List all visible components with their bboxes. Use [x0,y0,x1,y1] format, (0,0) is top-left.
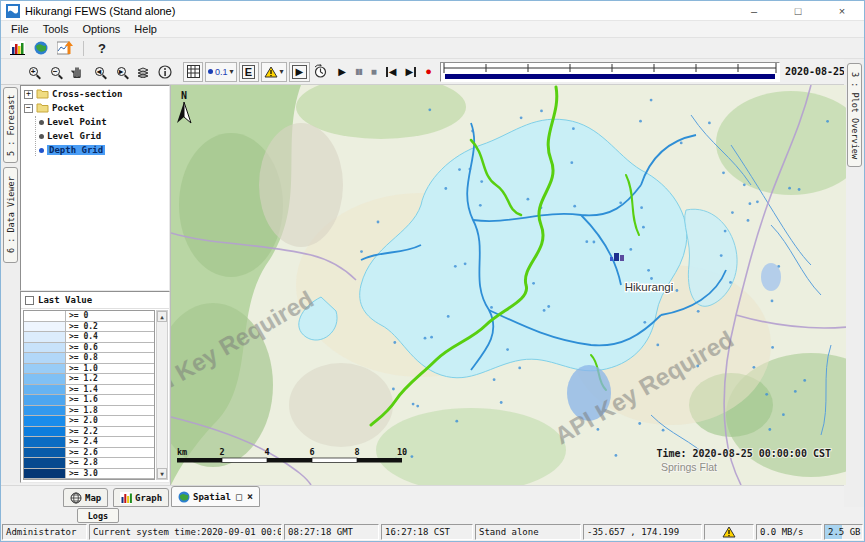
legend-row[interactable]: >= 2.8 [24,458,154,469]
bar-chart-icon [10,41,25,55]
pan-hand-icon [71,65,83,78]
bullet-icon [39,148,44,153]
status-coordinates: -35.657 , 174.199 [583,524,702,540]
legend-row[interactable]: >= 2.2 [24,427,154,438]
legend-row[interactable]: >= 0 [24,311,154,322]
timeline-bar[interactable] [445,74,775,79]
map-canvas[interactable]: API Key Required API Key Required Hikura… [170,85,846,485]
tab-spatial[interactable]: Spatial □ × [171,486,260,507]
collapse-icon[interactable]: − [24,104,33,113]
status-warning[interactable] [704,524,754,540]
zoom-in-button[interactable]: + [23,63,43,81]
zoom-next-button[interactable]: ▸ [111,63,131,81]
legend-row[interactable]: >= 1.2 [24,374,154,385]
layers-tree: + Cross-section − Pocket Level Point Lev… [20,85,170,291]
legend-row[interactable]: >= 2.0 [24,416,154,427]
legend-row[interactable]: >= 0.6 [24,343,154,354]
legend-scrollbar[interactable]: ▲ ▼ [156,310,168,480]
zoom-out-button[interactable]: − [45,63,65,81]
color-swatch [24,458,66,468]
tree-label: Level Grid [47,131,101,141]
scale-tick: 4 [264,447,269,457]
step-back-button[interactable]: ◀ [386,67,397,77]
status-local-time: 16:27:18 CST [381,524,473,540]
color-swatch [24,437,66,447]
legend-row[interactable]: >= 0.8 [24,353,154,364]
chart-arrow-icon [57,41,73,55]
scale-unit-label: km [177,447,187,457]
legend-row[interactable]: >= 1.6 [24,395,154,406]
timeseries-display-button[interactable] [7,39,27,57]
color-swatch [24,406,66,416]
legend-row[interactable]: >= 1.8 [24,406,154,417]
app-window: Hikurangi FEWS (Stand alone) – □ × File … [0,0,865,542]
stop-button[interactable]: ■ [371,67,377,77]
legend-row[interactable]: >= 1.4 [24,385,154,396]
tab-graph[interactable]: Graph [113,488,169,507]
bullet-icon [39,120,44,125]
grid-toggle-button[interactable] [183,62,203,82]
tab-map[interactable]: Map [63,488,108,507]
tab-data-viewer[interactable]: 6 : Data Viewer [3,167,18,263]
legend-row[interactable]: >= 0.2 [24,322,154,333]
pan-button[interactable] [67,63,87,81]
tree-node-pocket[interactable]: − Pocket [24,102,169,114]
last-value-checkbox[interactable] [25,296,34,305]
threshold-dropdown[interactable]: 0.1 ▾ [205,62,237,82]
tab-forecast[interactable]: 5 : Forecast [3,87,18,163]
menu-options[interactable]: Options [76,22,126,36]
minimize-button[interactable]: – [732,1,776,20]
tree-node-level-point[interactable]: Level Point [38,116,169,128]
menu-file[interactable]: File [5,22,35,36]
layers-button[interactable] [133,63,153,81]
logs-button[interactable]: Logs [77,508,119,523]
set-time-button[interactable] [310,63,330,81]
timeline-slider[interactable] [440,62,780,82]
step-forward-button[interactable]: ▶ [406,67,417,77]
legend-row[interactable]: >= 3.0 [24,469,154,480]
zoom-out-icon: − [51,67,60,76]
tree-node-depth-grid[interactable]: Depth Grid [38,144,169,156]
info-button[interactable] [155,63,175,81]
menu-help[interactable]: Help [128,22,163,36]
tab-plot-overview[interactable]: 3 : Plot Overview [847,63,862,167]
town-label: Hikurangi [625,281,674,293]
legend-row[interactable]: >= 1.0 [24,364,154,375]
color-swatch [24,427,66,437]
scale-tick: 8 [354,447,359,457]
map-toolbar: + − ◂ ▸ [1,59,846,85]
grid-display-button[interactable] [55,39,75,57]
maximize-button[interactable]: □ [776,1,820,20]
animation-display-button[interactable]: ▶ [289,62,311,82]
spatial-display-button[interactable] [31,39,51,57]
legend-row[interactable]: >= 3.2 [24,479,154,480]
status-bar: Administrator Current system time:2020-0… [1,523,864,541]
help-button[interactable]: ? [92,39,112,57]
tree-node-level-grid[interactable]: Level Grid [38,130,169,142]
playback-controls: ▶ ▮▮ ■ ◀ ▶ ● [338,66,432,77]
window-controls: – □ × [732,1,864,20]
scale-tick: 2 [219,447,224,457]
chevron-down-icon: ▾ [230,67,234,76]
legend-row[interactable]: >= 2.4 [24,437,154,448]
scroll-up-icon[interactable]: ▲ [157,311,167,322]
menu-tools[interactable]: Tools [37,22,75,36]
play-button[interactable]: ▶ [338,67,346,77]
status-user: Administrator [2,524,87,540]
expand-icon[interactable]: + [24,90,33,99]
pause-button[interactable]: ▮▮ [355,68,362,76]
color-swatch [24,353,66,363]
tab-close-icon[interactable]: × [247,491,253,502]
legend-list: >= 0 >= 0.2 >= 0.4 >= 0.6 >= 0.8 >= 1.0 … [23,310,155,480]
record-button[interactable]: ● [425,66,432,77]
tab-restore-icon[interactable]: □ [236,491,242,502]
warning-dropdown[interactable]: ▾ [261,62,287,82]
tree-node-cross-section[interactable]: + Cross-section [24,88,169,100]
close-button[interactable]: × [820,1,864,20]
legend-row[interactable]: >= 2.6 [24,448,154,459]
folder-icon [36,103,49,113]
legend-toggle-button[interactable]: E [239,62,259,82]
scroll-down-icon[interactable]: ▼ [157,468,167,479]
legend-row[interactable]: >= 0.4 [24,332,154,343]
zoom-previous-button[interactable]: ◂ [89,63,109,81]
